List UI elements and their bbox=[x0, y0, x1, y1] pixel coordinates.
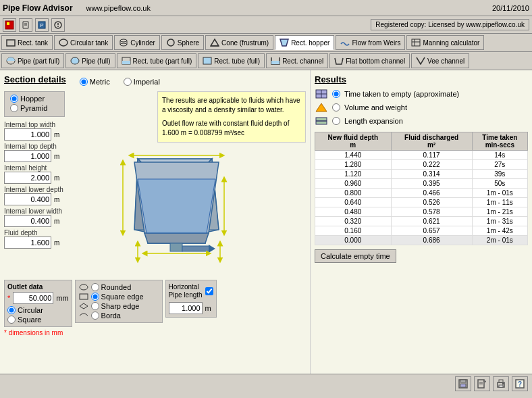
circular-radio-label[interactable]: Circular bbox=[7, 306, 69, 314]
metric-radio-label[interactable]: Metric bbox=[80, 78, 110, 86]
svg-text:P: P bbox=[40, 22, 43, 28]
app-url: www.pipeflow.co.uk bbox=[86, 4, 492, 12]
results-title: Results bbox=[315, 74, 528, 84]
fluid-depth-label: Fluid depth bbox=[4, 229, 99, 237]
square-radio-label[interactable]: Square bbox=[7, 316, 69, 324]
rounded-radio-label[interactable]: Rounded bbox=[78, 283, 159, 291]
svg-point-13 bbox=[120, 43, 127, 46]
tab-rect-tube-part[interactable]: Rect. tube (part full) bbox=[117, 53, 197, 68]
tab-flow-weirs[interactable]: Flow from Weirs bbox=[336, 35, 405, 50]
table-row: 0.9600.39550s bbox=[315, 179, 528, 189]
svg-marker-37 bbox=[144, 233, 209, 243]
sharp-edge-radio-label[interactable]: Sharp edge bbox=[78, 302, 159, 310]
internal-top-depth-input[interactable] bbox=[4, 150, 51, 162]
shape-selection-box: Hopper Pyramid bbox=[4, 91, 65, 117]
svg-rect-49 bbox=[80, 294, 88, 299]
status-save-btn[interactable] bbox=[455, 376, 471, 391]
tab-circular-tank[interactable]: Circular tank bbox=[54, 35, 113, 50]
tab-row-2: Pipe (part full) Pipe (full) Rect. tube … bbox=[0, 52, 532, 70]
status-print-btn[interactable] bbox=[493, 376, 509, 391]
length-icon bbox=[315, 116, 328, 126]
tab-flat-bottom[interactable]: Flat bottom channel bbox=[329, 53, 410, 68]
svg-rect-10 bbox=[7, 40, 15, 46]
square-radio[interactable] bbox=[7, 316, 16, 324]
sharp-edge-icon bbox=[78, 302, 89, 310]
square-edge-radio-label[interactable]: Square edge bbox=[78, 293, 159, 301]
horiz-pipe-input[interactable] bbox=[169, 302, 203, 314]
time-to-empty-radio[interactable] bbox=[332, 90, 340, 98]
license-text: Registered copy: Licensed by www.pipeflo… bbox=[371, 19, 529, 30]
svg-point-9 bbox=[57, 26, 59, 27]
edge-options-box: Rounded Square edge Sharp edge bbox=[75, 280, 163, 323]
info-box: The results are applicable to fluids whi… bbox=[157, 91, 306, 143]
internal-top-width-group: Internal top width m bbox=[4, 121, 99, 141]
left-panel: Section details Metric Imperial Hopper bbox=[0, 70, 311, 374]
table-row: 0.6400.5261m - 11s bbox=[315, 198, 528, 207]
borda-radio[interactable] bbox=[91, 312, 99, 320]
toolbar-btn-2[interactable] bbox=[19, 18, 32, 32]
horiz-pipe-label: HorizontalPipe length bbox=[169, 283, 203, 299]
calculate-empty-time-button[interactable]: Calculate empty time bbox=[315, 249, 396, 263]
tab-pipe-part[interactable]: Pipe (part full) bbox=[1, 53, 64, 68]
tab-rect-hopper[interactable]: Rect. hopper bbox=[275, 35, 334, 50]
horiz-pipe-checkbox[interactable] bbox=[205, 287, 213, 295]
tab-cone[interactable]: Cone (frustrum) bbox=[205, 35, 273, 50]
svg-point-11 bbox=[59, 39, 68, 46]
fluid-depth-group: Fluid depth m bbox=[4, 229, 99, 249]
status-export-btn[interactable] bbox=[474, 376, 490, 391]
length-expansion-radio[interactable] bbox=[332, 117, 340, 125]
internal-top-depth-label: Internal top depth bbox=[4, 143, 99, 150]
volume-weight-label[interactable]: Volume and weight bbox=[315, 102, 528, 113]
title-bar: Pipe Flow Advisor www.pipeflow.co.uk 20/… bbox=[0, 0, 532, 16]
circular-radio[interactable] bbox=[7, 306, 16, 314]
toolbar-btn-4[interactable] bbox=[51, 18, 65, 32]
internal-lower-depth-input[interactable] bbox=[4, 193, 51, 205]
time-to-empty-label[interactable]: Time taken to empty (approximate) bbox=[315, 89, 528, 99]
svg-point-16 bbox=[167, 39, 174, 46]
status-help-btn[interactable]: ? bbox=[512, 376, 528, 391]
svg-rect-26 bbox=[122, 61, 130, 64]
rounded-radio[interactable] bbox=[91, 283, 99, 291]
main-toolbar: P Registered copy: Licensed by www.pipef… bbox=[0, 16, 532, 34]
status-bar: ? bbox=[0, 374, 532, 393]
tab-vee-channel[interactable]: Vee channel bbox=[411, 53, 469, 68]
imperial-radio-label[interactable]: Imperial bbox=[124, 78, 160, 86]
hopper-radio-label[interactable]: Hopper bbox=[10, 95, 59, 103]
volume-weight-radio[interactable] bbox=[332, 103, 340, 111]
toolbar-btn-1[interactable] bbox=[3, 18, 16, 32]
internal-lower-width-label: Internal lower width bbox=[4, 207, 99, 215]
tab-rect-tank[interactable]: Rect. tank bbox=[1, 35, 53, 50]
tab-sphere[interactable]: Sphere bbox=[161, 35, 204, 50]
internal-height-input[interactable] bbox=[4, 172, 51, 184]
tab-cylinder[interactable]: Cylinder bbox=[114, 35, 160, 50]
internal-lower-width-group: Internal lower width m bbox=[4, 207, 99, 227]
hopper-radio[interactable] bbox=[10, 95, 18, 103]
tab-manning[interactable]: Manning calculator bbox=[406, 35, 484, 50]
pyramid-radio-label[interactable]: Pyramid bbox=[10, 104, 59, 112]
results-radio-section: Time taken to empty (approximate) Volume… bbox=[315, 89, 528, 126]
length-expansion-label[interactable]: Length expansion bbox=[315, 116, 528, 126]
horizontal-pipe-box: HorizontalPipe length m bbox=[165, 280, 217, 318]
outlet-value-input[interactable] bbox=[13, 292, 53, 304]
pyramid-radio[interactable] bbox=[10, 104, 18, 112]
internal-lower-width-input[interactable] bbox=[4, 215, 51, 227]
svg-rect-40 bbox=[182, 246, 209, 251]
square-edge-radio[interactable] bbox=[91, 293, 99, 301]
metric-radio[interactable] bbox=[80, 78, 88, 86]
dimensions-note: * dimensions in mm bbox=[4, 329, 306, 337]
toolbar-btn-3[interactable]: P bbox=[35, 18, 49, 32]
tab-rect-channel[interactable]: Rect. channel bbox=[266, 53, 328, 68]
col-time-taken: Time takenmin-secs bbox=[472, 132, 527, 151]
svg-marker-17 bbox=[211, 39, 219, 46]
fluid-depth-input[interactable] bbox=[4, 237, 51, 249]
results-table: New fluid depthm Fluid dischargedm² Time… bbox=[315, 132, 528, 245]
right-panel: Results Time taken to empty (approximate… bbox=[311, 70, 532, 374]
outlet-unit: mm bbox=[56, 294, 68, 302]
tab-rect-tube-full[interactable]: Rect. tube (full) bbox=[198, 53, 265, 68]
internal-top-width-input[interactable] bbox=[4, 128, 51, 141]
tab-pipe-full[interactable]: Pipe (full) bbox=[65, 53, 115, 68]
sharp-edge-radio[interactable] bbox=[91, 302, 99, 310]
tab-row-1: Rect. tank Circular tank Cylinder Sphere… bbox=[0, 34, 532, 52]
borda-radio-label[interactable]: Borda bbox=[78, 312, 159, 320]
imperial-radio[interactable] bbox=[124, 78, 132, 86]
